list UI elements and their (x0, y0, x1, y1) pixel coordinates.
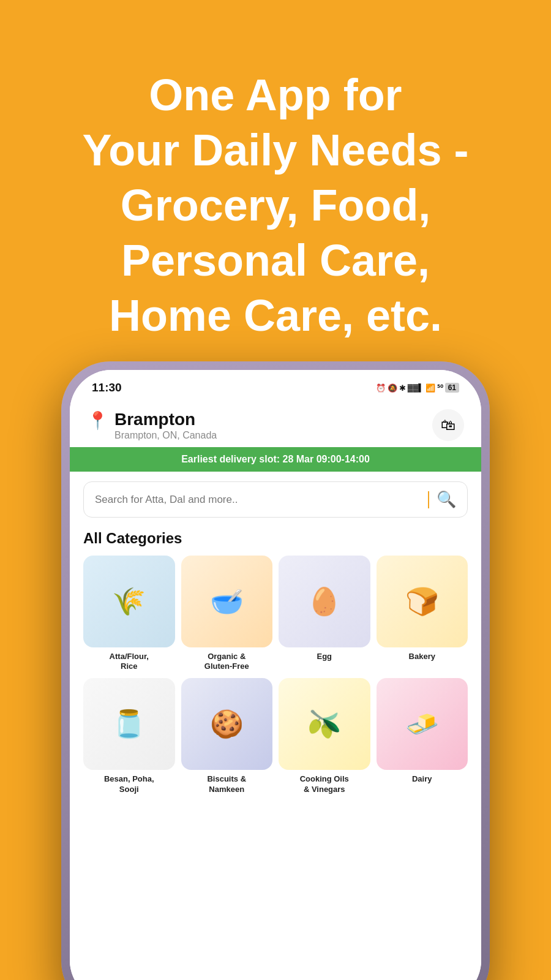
phone-mockup: 11:30 ⏰ 🔕 ✱ ▓▓▌ 📶 ⁵⁰ 61 📍 (61, 361, 490, 980)
search-divider (428, 491, 429, 508)
categories-title: All Categories (83, 530, 468, 547)
cart-icon: 🛍 (441, 417, 455, 434)
category-egg[interactable]: 🥚 Egg (279, 556, 370, 672)
status-time: 11:30 (92, 381, 122, 394)
category-biscuits[interactable]: 🍪 Biscuits &Namkeen (181, 678, 273, 794)
category-atta[interactable]: 🌾 Atta/Flour,Rice (83, 556, 175, 672)
category-besan-img: 🫙 (83, 678, 175, 770)
categories-grid: 🌾 Atta/Flour,Rice 🥣 Organic &Gluten-Free… (83, 556, 468, 795)
category-egg-label: Egg (317, 652, 332, 662)
battery-label: ⁵⁰ (437, 383, 443, 392)
category-dairy-label: Dairy (412, 774, 432, 785)
city-detail: Brampton, ON, Canada (114, 430, 217, 441)
category-dairy-img: 🧈 (377, 678, 468, 770)
category-atta-label: Atta/Flour,Rice (110, 652, 149, 673)
category-bakery-label: Bakery (409, 652, 435, 662)
category-cooking-label: Cooking Oils& Vinegars (300, 774, 349, 795)
phone-outer: 11:30 ⏰ 🔕 ✱ ▓▓▌ 📶 ⁵⁰ 61 📍 (61, 361, 490, 980)
category-biscuits-img: 🍪 (181, 678, 273, 770)
location-pin-icon: 📍 (87, 410, 108, 431)
category-besan[interactable]: 🫙 Besan, Poha,Sooji (83, 678, 175, 794)
battery-icon: 61 (445, 383, 459, 393)
hero-section: One App for Your Daily Needs - Grocery, … (0, 0, 551, 374)
hero-title: One App for Your Daily Needs - Grocery, … (49, 67, 502, 343)
alarm-icon: ⏰ (376, 383, 386, 393)
category-cooking-img: 🫒 (279, 678, 370, 770)
category-atta-img: 🌾 (83, 556, 175, 647)
location-text: Brampton Brampton, ON, Canada (114, 409, 217, 441)
signal-icon: 📶 (425, 383, 435, 393)
city-name: Brampton (114, 409, 217, 430)
category-organic[interactable]: 🥣 Organic &Gluten-Free (181, 556, 273, 672)
category-dairy[interactable]: 🧈 Dairy (377, 678, 468, 794)
category-organic-img: 🥣 (181, 556, 273, 647)
app-content: 📍 Brampton Brampton, ON, Canada 🛍 Earlie… (70, 401, 481, 980)
network-icon: ▓▓▌ (408, 383, 424, 392)
phone-inner: 11:30 ⏰ 🔕 ✱ ▓▓▌ 📶 ⁵⁰ 61 📍 (70, 370, 481, 980)
search-input[interactable] (95, 494, 421, 506)
location-left: 📍 Brampton Brampton, ON, Canada (87, 409, 217, 441)
categories-section: All Categories 🌾 Atta/Flour,Rice 🥣 Organ… (70, 527, 481, 980)
category-egg-img: 🥚 (279, 556, 370, 647)
category-bakery-img: 🍞 (377, 556, 468, 647)
status-bar: 11:30 ⏰ 🔕 ✱ ▓▓▌ 📶 ⁵⁰ 61 (70, 370, 481, 401)
search-bar[interactable]: 🔍 (83, 481, 468, 518)
category-biscuits-label: Biscuits &Namkeen (207, 774, 246, 795)
bluetooth-icon: ✱ (399, 383, 406, 393)
status-icons: ⏰ 🔕 ✱ ▓▓▌ 📶 ⁵⁰ 61 (376, 383, 459, 393)
search-button[interactable]: 🔍 (437, 490, 456, 509)
category-cooking-oils[interactable]: 🫒 Cooking Oils& Vinegars (279, 678, 370, 794)
cart-button[interactable]: 🛍 (432, 409, 464, 441)
category-bakery[interactable]: 🍞 Bakery (377, 556, 468, 672)
location-bar[interactable]: 📍 Brampton Brampton, ON, Canada 🛍 (70, 401, 481, 447)
search-icon: 🔍 (437, 490, 456, 509)
category-besan-label: Besan, Poha,Sooji (104, 774, 154, 795)
mute-icon: 🔕 (388, 383, 397, 393)
category-organic-label: Organic &Gluten-Free (204, 652, 249, 673)
delivery-banner: Earliest delivery slot: 28 Mar 09:00-14:… (70, 447, 481, 472)
